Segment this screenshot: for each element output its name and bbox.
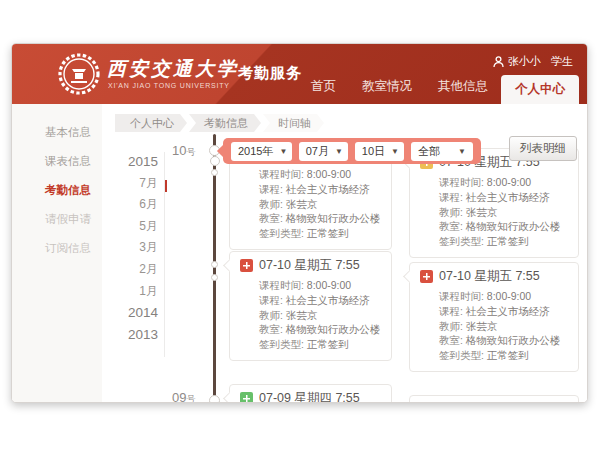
card-tail <box>223 259 236 272</box>
nav-item-other-info[interactable]: 其他信息 <box>425 72 501 104</box>
chevron-down-icon: ▼ <box>458 147 466 156</box>
signin-status-icon <box>240 392 253 403</box>
breadcrumb-timeline[interactable]: 时间轴 <box>263 114 324 132</box>
breadcrumb-personal-center[interactable]: 个人中心 <box>115 114 187 132</box>
university-logo-icon <box>58 53 100 95</box>
card-tail <box>223 392 236 403</box>
attendance-card: 07-10 星期五 7:55 课程时间: 8:00-9:00 课程: 社会主义市… <box>409 262 579 372</box>
main-content: 个人中心 考勤信息 时间轴 2015 7月 6月 5月 3月 2月 1月 201… <box>102 104 587 402</box>
year-nav-2014[interactable]: 2014 <box>110 302 158 324</box>
month-nav-jun[interactable]: 6月 <box>110 194 158 216</box>
month-nav-feb[interactable]: 2月 <box>110 259 158 281</box>
year-nav-2015[interactable]: 2015 <box>110 151 158 173</box>
main-nav: 首页 教室情况 其他信息 个人中心 <box>298 72 579 104</box>
timeline-year-nav: 2015 7月 6月 5月 3月 2月 1月 2014 2013 <box>110 151 158 345</box>
timeline-node <box>211 169 218 176</box>
app-window: 西安交通大学 XI'AN JIAO TONG UNIVERSITY 考勤服务 张… <box>11 43 588 403</box>
divider <box>164 152 165 357</box>
sidebar-item-leave-request[interactable]: 请假申请 <box>12 205 102 234</box>
signin-status-icon <box>420 270 433 283</box>
attendance-card: 07-10 星期五 7:55 课程时间: 8:00-9:00 课程: 社会主义市… <box>229 251 392 361</box>
sidebar-item-attendance[interactable]: 考勤信息 <box>12 176 102 205</box>
type-dropdown[interactable]: 全部▼ <box>411 142 473 161</box>
sidebar: 基本信息 课表信息 考勤信息 请假申请 订阅信息 <box>12 104 102 402</box>
user-name: 张小小 <box>508 54 541 69</box>
month-nav-jan[interactable]: 1月 <box>110 281 158 303</box>
nav-item-classrooms[interactable]: 教室情况 <box>349 72 425 104</box>
attendance-card: 07-10 星期五 7:55 课程时间: 8:00-9:00 课程: 社会主义市… <box>409 148 579 258</box>
nav-item-personal-center[interactable]: 个人中心 <box>501 75 579 104</box>
breadcrumb-attendance[interactable]: 考勤信息 <box>189 114 261 132</box>
sidebar-item-subscription[interactable]: 订阅信息 <box>12 234 102 263</box>
chevron-down-icon: ▼ <box>335 147 343 156</box>
signin-status-icon <box>240 259 253 272</box>
timeline-node <box>211 261 218 268</box>
list-detail-button[interactable]: 列表明细 <box>509 136 577 161</box>
year-dropdown[interactable]: 2015年▼ <box>231 142 292 161</box>
breadcrumb: 个人中心 考勤信息 时间轴 <box>115 114 326 132</box>
month-nav-jul[interactable]: 7月 <box>110 173 158 195</box>
month-nav-may[interactable]: 5月 <box>110 216 158 238</box>
card-tail <box>403 270 416 283</box>
timeline-node <box>209 395 220 404</box>
chevron-down-icon: ▼ <box>279 147 287 156</box>
timeline-node <box>210 156 220 166</box>
header: 西安交通大学 XI'AN JIAO TONG UNIVERSITY 考勤服务 张… <box>12 44 587 104</box>
university-name-cn: 西安交通大学 <box>107 56 239 82</box>
user-role: 学生 <box>551 54 573 69</box>
date-filter-bar: 2015年▼ 07月▼ 10日▼ 全部▼ <box>223 138 481 164</box>
product-title: 考勤服务 <box>238 64 302 83</box>
sidebar-item-basic-info[interactable]: 基本信息 <box>12 118 102 147</box>
current-month-marker <box>165 180 167 192</box>
user-info[interactable]: 张小小 学生 <box>493 54 573 69</box>
attendance-card <box>409 395 579 403</box>
month-nav-mar[interactable]: 3月 <box>110 237 158 259</box>
university-name-en: XI'AN JIAO TONG UNIVERSITY <box>108 82 230 89</box>
sidebar-item-schedule[interactable]: 课表信息 <box>12 147 102 176</box>
chevron-down-icon: ▼ <box>391 147 399 156</box>
year-nav-2013[interactable]: 2013 <box>110 324 158 346</box>
day-marker-10: 10号 <box>172 143 195 159</box>
person-icon <box>493 56 504 68</box>
month-dropdown[interactable]: 07月▼ <box>299 142 348 161</box>
timeline-node <box>211 274 218 281</box>
day-dropdown[interactable]: 10日▼ <box>355 142 404 161</box>
nav-item-home[interactable]: 首页 <box>298 72 349 104</box>
attendance-card: 07-09 星期四 7:55 <box>229 384 392 403</box>
filter-tail <box>217 144 231 158</box>
day-marker-09: 09号 <box>172 390 195 403</box>
